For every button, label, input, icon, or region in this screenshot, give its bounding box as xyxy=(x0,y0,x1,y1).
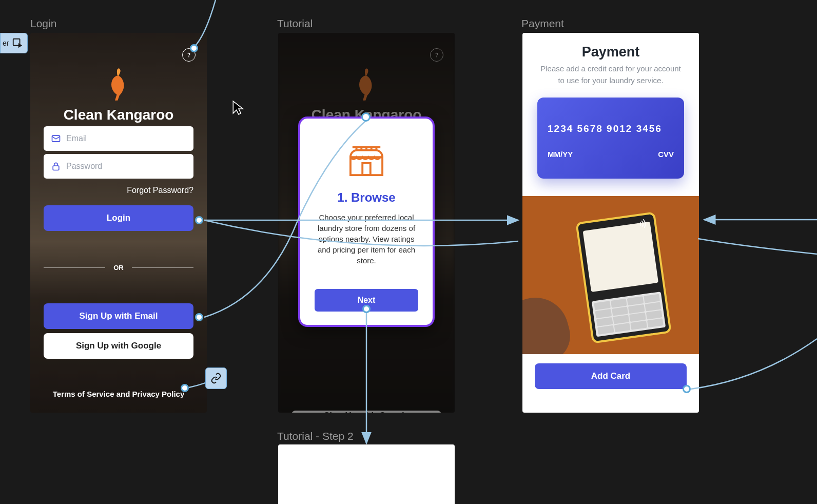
or-divider: OR xyxy=(44,264,193,272)
prototype-play-icon xyxy=(12,37,23,49)
payment-title: Payment xyxy=(582,44,640,60)
signup-email-button[interactable]: Sign Up with Email xyxy=(44,303,193,329)
store-icon xyxy=(346,143,386,178)
signup-google-button-ghost: Sign Up with Google xyxy=(291,411,441,413)
prototype-node[interactable] xyxy=(181,384,189,392)
card-number-field[interactable]: 1234 5678 9012 3456 xyxy=(548,123,674,134)
lock-icon xyxy=(51,161,61,171)
frame-label-login[interactable]: Login xyxy=(30,17,56,30)
frame-tutorial[interactable]: Clean Kangaroo Sign Up with Google Terms… xyxy=(278,33,455,413)
link-icon xyxy=(210,373,222,384)
prototype-node[interactable] xyxy=(190,44,198,52)
prototype-node[interactable] xyxy=(195,313,203,321)
tutorial-body: Choose your preferred local laundry stor… xyxy=(315,212,418,266)
privacy-link[interactable]: Privacy Policy xyxy=(132,390,185,398)
email-placeholder: Email xyxy=(66,134,87,143)
design-canvas[interactable]: er Login Tutorial Payment Tutorial - Ste… xyxy=(0,0,817,504)
terms-link[interactable]: Terms of Service xyxy=(53,390,114,398)
link-badge[interactable] xyxy=(205,367,227,389)
help-icon xyxy=(430,48,443,62)
prototype-node[interactable] xyxy=(195,216,203,224)
svg-point-2 xyxy=(189,56,189,57)
prototype-toolbar-stub[interactable]: er xyxy=(0,33,28,53)
card-cvv-field[interactable]: CVV xyxy=(658,150,674,159)
mail-icon xyxy=(51,133,61,144)
password-field[interactable]: Password xyxy=(44,154,193,179)
svg-rect-4 xyxy=(53,166,59,170)
brand-name: Clean Kangaroo xyxy=(64,107,174,123)
contactless-icon xyxy=(637,218,649,232)
brand-logo: Clean Kangaroo xyxy=(44,67,193,123)
prototype-node[interactable] xyxy=(683,385,691,393)
add-card-button[interactable]: Add Card xyxy=(535,363,687,389)
login-button[interactable]: Login xyxy=(44,205,193,231)
cursor-pointer-icon xyxy=(232,100,245,118)
svg-rect-6 xyxy=(362,163,371,175)
frame-payment[interactable]: Payment Please add a credit card for you… xyxy=(522,33,699,413)
credit-card-visual[interactable]: 1234 5678 9012 3456 MM/YY CVV xyxy=(537,98,684,179)
payment-subtitle: Please add a credit card for your accoun… xyxy=(539,63,683,86)
payment-terminal-image xyxy=(522,196,699,354)
or-label: OR xyxy=(113,264,124,272)
card-expiry-field[interactable]: MM/YY xyxy=(548,150,573,159)
frame-label-payment[interactable]: Payment xyxy=(521,17,564,30)
signup-google-button[interactable]: Sign Up with Google xyxy=(44,333,193,359)
frame-login[interactable]: Clean Kangaroo Email Password Forgot Pas… xyxy=(30,33,207,413)
email-field[interactable]: Email xyxy=(44,126,193,151)
kangaroo-icon xyxy=(103,67,134,103)
password-placeholder: Password xyxy=(66,162,102,171)
frame-label-tutorial[interactable]: Tutorial xyxy=(277,17,313,30)
frame-tutorial-step-2[interactable] xyxy=(278,444,455,504)
hand-graphic xyxy=(522,290,576,354)
tutorial-modal-card[interactable]: 1. Browse Choose your preferred local la… xyxy=(298,117,435,327)
toolbar-text-fragment: er xyxy=(3,39,9,47)
prototype-node[interactable] xyxy=(362,305,371,313)
forgot-password-link[interactable]: Forgot Password? xyxy=(44,186,193,195)
pos-terminal-graphic xyxy=(575,211,672,343)
tutorial-title: 1. Browse xyxy=(337,190,395,205)
svg-point-5 xyxy=(437,56,437,57)
legal-footer: Terms of Service and Privacy Policy xyxy=(44,390,193,400)
prototype-node[interactable] xyxy=(361,112,371,122)
frame-label-tutorial-step-2[interactable]: Tutorial - Step 2 xyxy=(277,430,354,442)
